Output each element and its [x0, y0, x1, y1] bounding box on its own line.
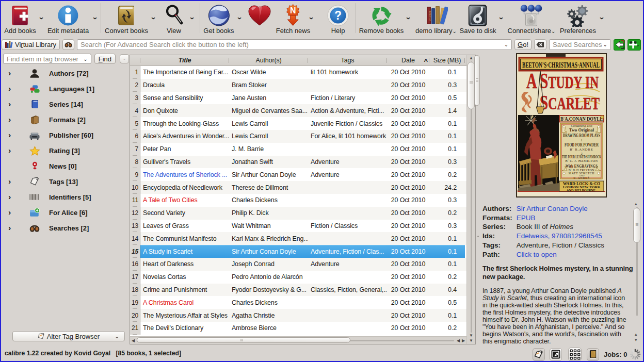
svg-text:DRAWING ROOM PLAYS: DRAWING ROOM PLAYS [563, 133, 600, 138]
svg-text:AND·MELBOURNE·: AND·MELBOURNE· [567, 188, 597, 192]
svg-text:R. ANDRÉ: R. ANDRÉ [573, 176, 589, 179]
svg-text:1: 1 [581, 138, 582, 142]
svg-text:CALIBRE: CALIBRE [429, 10, 431, 21]
svg-text:?: ? [334, 9, 342, 22]
svg-text:FOOD FOR POWDER: FOOD FOR POWDER [565, 142, 599, 147]
svg-text:Bʹ C. J. HAMILTON: Bʹ C. J. HAMILTON [565, 159, 598, 162]
svg-text:N: N [290, 6, 296, 15]
svg-text:Two Original: Two Original [569, 127, 594, 133]
svg-text:Bʹ R.ANDRE: Bʹ R.ANDRE [570, 147, 593, 151]
svg-text:A STUDY IN: A STUDY IN [526, 69, 599, 93]
svg-text:BEETON’S·CHRISTMAS·ANNUAL: BEETON’S·CHRISTMAS·ANNUAL [522, 61, 600, 69]
svg-text:SCARLET: SCARLET [540, 91, 600, 114]
svg-text:BʹA.CONAN DOYLE: BʹA.CONAN DOYLE [560, 116, 603, 122]
svg-text:Wiŧħ ENGRAVINGS: Wiŧħ ENGRAVINGS [566, 163, 598, 169]
